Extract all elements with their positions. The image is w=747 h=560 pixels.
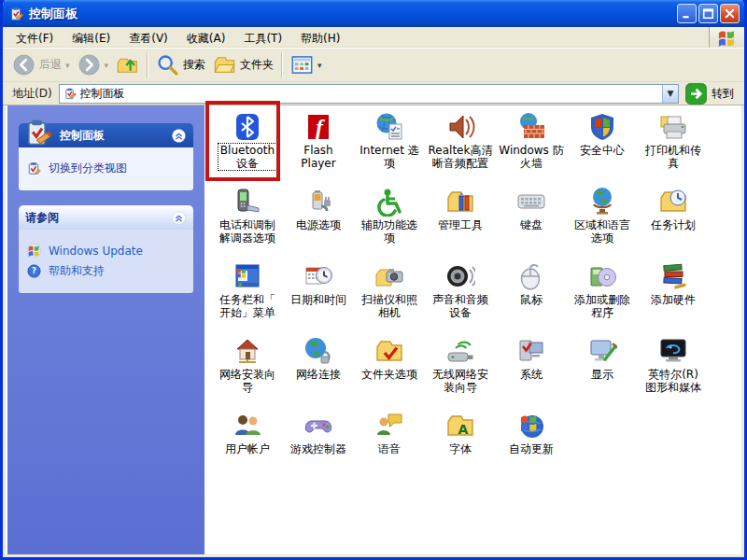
window-icon xyxy=(7,6,24,22)
mouse-icon xyxy=(516,261,546,291)
up-folder-icon xyxy=(116,53,139,77)
control-panel-item-phone-modem[interactable]: 电话和调制 解调器选项 xyxy=(212,182,283,257)
maximize-button[interactable] xyxy=(698,4,718,23)
minimize-button[interactable] xyxy=(677,4,697,23)
item-label: 辅助功能选 项 xyxy=(359,218,419,245)
back-dropdown-icon[interactable]: ▾ xyxy=(65,61,70,70)
search-button[interactable]: 搜索 xyxy=(152,51,209,78)
control-panel-item-flash-player[interactable]: fFlash Player xyxy=(283,107,354,182)
toolbar: 后退 ▾ ▾ 搜索 文件夹 ▾ xyxy=(3,48,744,82)
switch-view-icon xyxy=(26,161,42,176)
item-label: 电源选项 xyxy=(294,218,343,231)
sidebar-item-help[interactable]: ?帮助和支持 xyxy=(26,263,186,279)
game-controllers-icon xyxy=(303,411,333,441)
control-panel-item-user-accounts[interactable]: 用户帐户 xyxy=(212,406,283,481)
control-panel-item-windows-firewall[interactable]: Windows 防 火墙 xyxy=(496,107,567,182)
panel-body: 切换到分类视图 xyxy=(19,147,193,190)
control-panel-item-system[interactable]: 系统 xyxy=(496,331,567,406)
go-button[interactable]: 转到 xyxy=(679,82,741,105)
task-pane-sidebar: 控制面板切换到分类视图请参阅Windows Update?帮助和支持 xyxy=(6,105,204,554)
control-panel-item-printers-faxes[interactable]: 打印机和传 真 xyxy=(638,107,709,182)
control-panel-item-automatic-updates[interactable]: 自动更新 xyxy=(496,406,567,481)
help-icon: ? xyxy=(26,263,42,279)
scheduled-tasks-icon xyxy=(658,187,688,217)
up-button[interactable] xyxy=(112,51,143,78)
control-panel-item-add-hardware[interactable]: 添加硬件 xyxy=(638,257,709,331)
forward-dropdown-icon[interactable]: ▾ xyxy=(105,61,109,70)
back-button[interactable]: 后退 ▾ xyxy=(8,51,74,78)
close-button[interactable] xyxy=(720,4,740,23)
control-panel-item-security-center[interactable]: 安全中心 xyxy=(567,107,638,182)
address-input[interactable]: 控制面板 ▼ xyxy=(59,84,679,104)
control-panel-item-realtek-audio[interactable]: Realtek高清 晰音频配置 xyxy=(425,107,496,182)
menu-item[interactable]: 查看(V) xyxy=(120,29,177,48)
item-label: Flash Player xyxy=(299,144,337,170)
item-label: 扫描仪和照 相机 xyxy=(359,293,419,319)
control-panel-item-network-connections[interactable]: 网络连接 xyxy=(283,331,354,406)
menu-item[interactable]: 文件(F) xyxy=(7,29,63,48)
views-dropdown-icon[interactable]: ▾ xyxy=(317,61,322,70)
control-panel-item-game-controllers[interactable]: 游戏控制器 xyxy=(283,406,354,481)
control-panel-item-add-remove-programs[interactable]: 添加或删除 程序 xyxy=(567,257,638,331)
item-label: 任务栏和「 开始」菜单 xyxy=(218,293,277,319)
control-panel-item-scheduled-tasks[interactable]: 任务计划 xyxy=(638,182,709,257)
automatic-updates-icon xyxy=(516,411,546,441)
chevron-up-icon[interactable] xyxy=(171,128,187,144)
sidebar-panel: 控制面板切换到分类视图 xyxy=(19,123,193,190)
window-content: 控制面板切换到分类视图请参阅Windows Update?帮助和支持 Bluet… xyxy=(6,105,741,554)
control-panel-item-wireless-network-wizard[interactable]: 无线网络安 装向导 xyxy=(425,331,496,406)
admin-tools-icon xyxy=(445,187,475,217)
control-panel-item-power-options[interactable]: 电源选项 xyxy=(283,182,354,257)
control-panel-item-admin-tools[interactable]: 管理工具 xyxy=(425,182,496,257)
title-bar: 控制面板 xyxy=(3,0,744,27)
control-panel-item-speech[interactable]: 语音 xyxy=(354,406,425,481)
control-panel-item-fonts[interactable]: A字体 xyxy=(425,406,496,481)
sidebar-item-label: 帮助和支持 xyxy=(49,263,105,279)
item-label: 游戏控制器 xyxy=(289,442,348,455)
menu-item[interactable]: 收藏(A) xyxy=(177,29,235,48)
views-button[interactable]: ▾ xyxy=(287,51,326,78)
control-panel-item-intel-graphics[interactable]: 英特尔(R) 图形和媒体 xyxy=(638,331,709,406)
printers-faxes-icon xyxy=(658,112,688,142)
control-panel-item-accessibility[interactable]: 辅助功能选 项 xyxy=(354,182,425,257)
control-panel-item-scanners-cameras[interactable]: 扫描仪和照 相机 xyxy=(354,257,425,331)
security-center-icon xyxy=(587,112,617,142)
folders-button[interactable]: 文件夹 xyxy=(209,51,277,78)
control-panel-grid: Bluetooth 设备fFlash PlayerInternet 选 项Rea… xyxy=(212,107,709,481)
menu-item[interactable]: 帮助(H) xyxy=(291,29,349,48)
control-panel-item-bluetooth[interactable]: Bluetooth 设备 xyxy=(212,107,283,182)
item-label: Internet 选 项 xyxy=(358,144,420,170)
panel-header[interactable]: 请参阅 xyxy=(19,205,193,230)
sidebar-item-switch-view[interactable]: 切换到分类视图 xyxy=(26,161,186,176)
control-panel-item-keyboard[interactable]: 键盘 xyxy=(496,182,567,257)
control-panel-item-date-time[interactable]: 日期和时间 xyxy=(283,257,354,331)
control-panel-item-taskbar-startmenu[interactable]: 任务栏和「 开始」菜单 xyxy=(212,257,283,331)
address-dropdown-button[interactable]: ▼ xyxy=(662,85,678,103)
folders-label: 文件夹 xyxy=(240,57,274,73)
back-label: 后退 xyxy=(39,57,62,73)
forward-button[interactable]: ▾ xyxy=(74,51,113,78)
control-panel-item-internet-options[interactable]: Internet 选 项 xyxy=(354,107,425,182)
panel-header[interactable]: 控制面板 xyxy=(19,123,193,147)
chevron-up-icon[interactable] xyxy=(171,210,187,226)
network-connections-icon xyxy=(303,336,333,366)
item-label: 区域和语言 选项 xyxy=(572,218,632,245)
item-label: 用户帐户 xyxy=(223,442,272,455)
item-label: 打印机和传 真 xyxy=(643,144,703,170)
control-panel-item-folder-options[interactable]: 文件夹选项 xyxy=(354,331,425,406)
control-panel-item-network-setup-wizard[interactable]: 网络安装向 导 xyxy=(212,331,283,406)
windows-firewall-icon xyxy=(516,112,546,142)
sidebar-item-windows-update[interactable]: Windows Update xyxy=(26,243,186,259)
windows-logo xyxy=(709,27,744,48)
item-label: 添加或删除 程序 xyxy=(572,293,632,319)
control-panel-item-mouse[interactable]: 鼠标 xyxy=(496,257,567,331)
control-panel-item-sounds-audio[interactable]: 声音和音频 设备 xyxy=(425,257,496,331)
control-panel-icon xyxy=(21,117,53,149)
system-icon xyxy=(516,336,546,366)
svg-text:A: A xyxy=(458,422,469,437)
menu-item[interactable]: 编辑(E) xyxy=(63,29,120,48)
control-panel-item-display[interactable]: 显示 xyxy=(567,331,638,406)
keyboard-icon xyxy=(516,187,546,217)
menu-item[interactable]: 工具(T) xyxy=(234,29,291,48)
control-panel-item-regional-language[interactable]: 区域和语言 选项 xyxy=(567,182,638,257)
